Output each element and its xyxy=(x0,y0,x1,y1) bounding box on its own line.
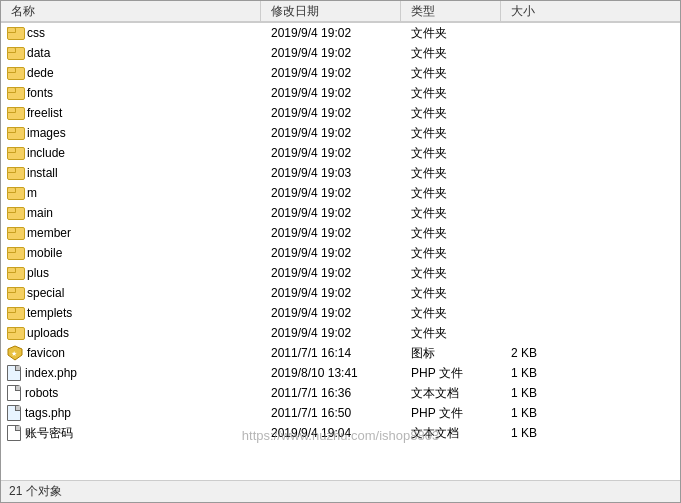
folder-icon xyxy=(7,87,23,100)
file-name-cell: mobile xyxy=(1,246,261,260)
file-name-label: main xyxy=(27,206,53,220)
table-row[interactable]: index.php2019/8/10 13:41PHP 文件1 KB xyxy=(1,363,680,383)
folder-icon xyxy=(7,127,23,140)
table-row[interactable]: templets2019/9/4 19:02文件夹 xyxy=(1,303,680,323)
php-file-icon xyxy=(7,365,21,381)
status-text: 21 个对象 xyxy=(9,483,62,500)
folder-icon xyxy=(7,227,23,240)
table-row[interactable]: dede2019/9/4 19:02文件夹 xyxy=(1,63,680,83)
column-header: 名称 修改日期 类型 大小 xyxy=(1,1,680,23)
col-size-header[interactable]: 大小 xyxy=(501,1,581,21)
folder-icon xyxy=(7,247,23,260)
file-type-cell: 文件夹 xyxy=(401,65,501,82)
table-row[interactable]: install2019/9/4 19:03文件夹 xyxy=(1,163,680,183)
file-name-label: tags.php xyxy=(25,406,71,420)
file-name-cell: uploads xyxy=(1,326,261,340)
table-row[interactable]: tags.php2011/7/1 16:50PHP 文件1 KB xyxy=(1,403,680,423)
file-date-cell: 2019/9/4 19:04 xyxy=(261,426,401,440)
file-name-label: fonts xyxy=(27,86,53,100)
file-name-cell: index.php xyxy=(1,365,261,381)
file-date-cell: 2011/7/1 16:36 xyxy=(261,386,401,400)
folder-icon xyxy=(7,287,23,300)
folder-icon xyxy=(7,307,23,320)
file-size-cell: 1 KB xyxy=(501,406,581,420)
file-type-cell: 文件夹 xyxy=(401,165,501,182)
svg-text:★: ★ xyxy=(11,350,17,357)
file-size-cell: 2 KB xyxy=(501,346,581,360)
folder-icon xyxy=(7,27,23,40)
file-name-cell: install xyxy=(1,166,261,180)
col-name-header[interactable]: 名称 xyxy=(1,1,261,21)
file-date-cell: 2019/9/4 19:02 xyxy=(261,306,401,320)
file-date-cell: 2019/8/10 13:41 xyxy=(261,366,401,380)
file-date-cell: 2019/9/4 19:02 xyxy=(261,106,401,120)
status-bar: 21 个对象 xyxy=(1,480,680,502)
folder-icon xyxy=(7,167,23,180)
file-type-cell: 文件夹 xyxy=(401,285,501,302)
table-row[interactable]: m2019/9/4 19:02文件夹 xyxy=(1,183,680,203)
table-row[interactable]: data2019/9/4 19:02文件夹 xyxy=(1,43,680,63)
file-name-label: install xyxy=(27,166,58,180)
table-row[interactable]: images2019/9/4 19:02文件夹 xyxy=(1,123,680,143)
table-row[interactable]: uploads2019/9/4 19:02文件夹 xyxy=(1,323,680,343)
file-date-cell: 2019/9/4 19:02 xyxy=(261,66,401,80)
file-name-label: include xyxy=(27,146,65,160)
file-type-cell: 文本文档 xyxy=(401,385,501,402)
file-date-cell: 2019/9/4 19:02 xyxy=(261,206,401,220)
file-name-label: mobile xyxy=(27,246,62,260)
folder-icon xyxy=(7,67,23,80)
file-name-cell: member xyxy=(1,226,261,240)
file-name-cell: fonts xyxy=(1,86,261,100)
file-name-cell: dede xyxy=(1,66,261,80)
col-date-header[interactable]: 修改日期 xyxy=(261,1,401,21)
folder-icon xyxy=(7,207,23,220)
folder-icon xyxy=(7,187,23,200)
table-row[interactable]: freelist2019/9/4 19:02文件夹 xyxy=(1,103,680,123)
file-name-label: freelist xyxy=(27,106,62,120)
table-row[interactable]: main2019/9/4 19:02文件夹 xyxy=(1,203,680,223)
file-date-cell: 2019/9/4 19:02 xyxy=(261,286,401,300)
file-name-label: dede xyxy=(27,66,54,80)
file-date-cell: 2019/9/4 19:02 xyxy=(261,226,401,240)
file-date-cell: 2019/9/4 19:02 xyxy=(261,266,401,280)
favicon-icon: ★ xyxy=(7,345,23,361)
file-name-cell: images xyxy=(1,126,261,140)
table-row[interactable]: mobile2019/9/4 19:02文件夹 xyxy=(1,243,680,263)
file-type-cell: 文件夹 xyxy=(401,185,501,202)
table-row[interactable]: 账号密码2019/9/4 19:04文本文档1 KB xyxy=(1,423,680,443)
table-row[interactable]: member2019/9/4 19:02文件夹 xyxy=(1,223,680,243)
file-type-cell: 文件夹 xyxy=(401,85,501,102)
table-row[interactable]: css2019/9/4 19:02文件夹 xyxy=(1,23,680,43)
table-row[interactable]: special2019/9/4 19:02文件夹 xyxy=(1,283,680,303)
file-name-label: images xyxy=(27,126,66,140)
file-type-cell: 文件夹 xyxy=(401,325,501,342)
file-name-label: index.php xyxy=(25,366,77,380)
table-row[interactable]: include2019/9/4 19:02文件夹 xyxy=(1,143,680,163)
file-size-cell: 1 KB xyxy=(501,426,581,440)
table-row[interactable]: robots2011/7/1 16:36文本文档1 KB xyxy=(1,383,680,403)
file-explorer-window: 名称 修改日期 类型 大小 css2019/9/4 19:02文件夹data20… xyxy=(0,0,681,503)
file-type-cell: PHP 文件 xyxy=(401,365,501,382)
file-name-cell: m xyxy=(1,186,261,200)
file-type-cell: 文件夹 xyxy=(401,105,501,122)
col-type-header[interactable]: 类型 xyxy=(401,1,501,21)
file-date-cell: 2019/9/4 19:02 xyxy=(261,246,401,260)
file-name-label: m xyxy=(27,186,37,200)
file-name-cell: ★ favicon xyxy=(1,345,261,361)
table-row[interactable]: ★ favicon2011/7/1 16:14图标2 KB xyxy=(1,343,680,363)
file-type-cell: 文件夹 xyxy=(401,245,501,262)
txt-file-icon xyxy=(7,385,21,401)
table-row[interactable]: plus2019/9/4 19:02文件夹 xyxy=(1,263,680,283)
file-date-cell: 2019/9/4 19:03 xyxy=(261,166,401,180)
table-row[interactable]: fonts2019/9/4 19:02文件夹 xyxy=(1,83,680,103)
file-name-cell: main xyxy=(1,206,261,220)
file-list[interactable]: css2019/9/4 19:02文件夹data2019/9/4 19:02文件… xyxy=(1,23,680,480)
file-date-cell: 2019/9/4 19:02 xyxy=(261,86,401,100)
file-date-cell: 2019/9/4 19:02 xyxy=(261,46,401,60)
folder-icon xyxy=(7,107,23,120)
file-type-cell: 文件夹 xyxy=(401,25,501,42)
file-name-cell: 账号密码 xyxy=(1,425,261,442)
file-name-cell: css xyxy=(1,26,261,40)
file-name-label: 账号密码 xyxy=(25,425,73,442)
file-name-cell: data xyxy=(1,46,261,60)
